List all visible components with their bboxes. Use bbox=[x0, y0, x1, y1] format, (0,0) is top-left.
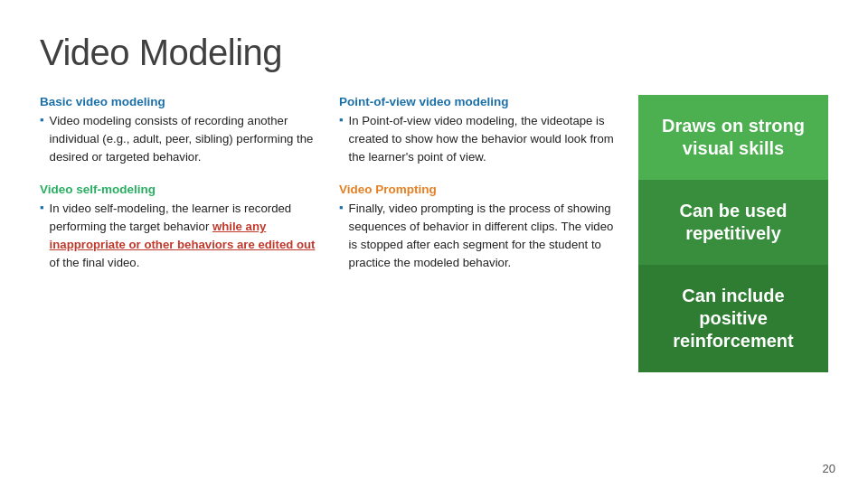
slide-title: Video Modeling bbox=[40, 33, 828, 73]
green-box-1: Draws on strong visual skills bbox=[638, 95, 828, 180]
page-number: 20 bbox=[823, 462, 835, 475]
self-modeling-bullet: ▪ In video self-modeling, the learner is… bbox=[40, 200, 321, 272]
prompting-text: Finally, video prompting is the process … bbox=[349, 200, 620, 272]
left-columns: Basic video modeling ▪ Video modeling co… bbox=[40, 95, 620, 372]
prompting-section: Video Prompting ▪ Finally, video prompti… bbox=[339, 183, 620, 272]
bullet-marker-2: ▪ bbox=[40, 201, 44, 214]
bullet-marker-3: ▪ bbox=[339, 113, 344, 127]
prompting-heading: Video Prompting bbox=[339, 183, 620, 196]
bullet-marker-1: ▪ bbox=[40, 113, 44, 127]
basic-video-text: Video modeling consists of recording ano… bbox=[50, 112, 321, 166]
pov-bullet: ▪ In Point-of-view video modeling, the v… bbox=[339, 112, 620, 166]
column-1: Basic video modeling ▪ Video modeling co… bbox=[40, 95, 321, 372]
pov-section: Point-of-view video modeling ▪ In Point-… bbox=[339, 95, 620, 166]
right-panel: Draws on strong visual skills Can be use… bbox=[638, 95, 828, 372]
basic-video-heading: Basic video modeling bbox=[40, 95, 321, 108]
content-area: Basic video modeling ▪ Video modeling co… bbox=[40, 95, 828, 372]
bullet-marker-4: ▪ bbox=[339, 201, 344, 214]
slide: Video Modeling Basic video modeling ▪ Vi… bbox=[0, 0, 868, 488]
self-modeling-text: In video self-modeling, the learner is r… bbox=[50, 200, 321, 272]
self-modeling-plain2: of the final video. bbox=[50, 256, 140, 269]
basic-video-section: Basic video modeling ▪ Video modeling co… bbox=[40, 95, 321, 166]
column-2: Point-of-view video modeling ▪ In Point-… bbox=[339, 95, 620, 372]
pov-text: In Point-of-view video modeling, the vid… bbox=[349, 112, 620, 166]
self-modeling-heading: Video self-modeling bbox=[40, 183, 321, 196]
green-box-2: Can be used repetitively bbox=[638, 180, 828, 265]
self-modeling-section: Video self-modeling ▪ In video self-mode… bbox=[40, 183, 321, 272]
pov-heading: Point-of-view video modeling bbox=[339, 95, 620, 108]
green-box-3: Can include positive reinforcement bbox=[638, 265, 828, 372]
prompting-bullet: ▪ Finally, video prompting is the proces… bbox=[339, 200, 620, 272]
basic-video-bullet: ▪ Video modeling consists of recording a… bbox=[40, 112, 321, 166]
